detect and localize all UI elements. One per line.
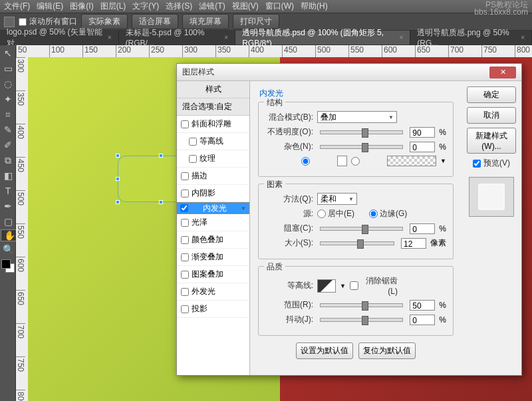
close-icon[interactable]: × <box>399 34 403 41</box>
eyedropper-tool-icon[interactable]: ✎ <box>1 122 15 137</box>
style-label: 斜面和浮雕 <box>192 118 231 130</box>
style-item-4[interactable]: 内阴影 <box>177 185 249 202</box>
menu-view[interactable]: 视图(V) <box>232 1 259 12</box>
style-item-8[interactable]: 渐变叠加 <box>177 249 249 266</box>
type-tool-icon[interactable]: T <box>1 184 15 198</box>
layer-style-dialog: 图层样式 ✕ 样式 混合选项:自定 斜面和浮雕等高线纹理描边内阴影内发光光泽颜色… <box>176 63 522 376</box>
panel-title: 内发光 <box>258 88 454 99</box>
source-center-radio[interactable]: 居中(E) <box>317 208 365 219</box>
wand-tool-icon[interactable]: ✦ <box>1 92 15 106</box>
styles-header[interactable]: 样式 <box>177 81 249 98</box>
menu-window[interactable]: 窗口(W) <box>265 1 294 12</box>
menu-layer[interactable]: 图层(L) <box>100 1 126 12</box>
style-item-5[interactable]: 内发光 <box>177 202 249 214</box>
opacity-input[interactable]: 90 <box>410 127 435 138</box>
close-icon[interactable]: × <box>108 34 112 41</box>
menu-help[interactable]: 帮助(H) <box>301 1 328 12</box>
eraser-tool-icon[interactable]: ◧ <box>1 168 15 183</box>
style-checkbox[interactable] <box>181 190 189 198</box>
stamp-tool-icon[interactable]: ⧉ <box>1 153 15 168</box>
menu-filter[interactable]: 滤镜(T) <box>199 1 225 12</box>
close-icon[interactable]: × <box>521 34 525 41</box>
watermark: PS教程论坛bbs.16xx8.com <box>474 1 528 16</box>
doc-tab-0[interactable]: logo.psd @ 50% (矢量智能对...× <box>0 31 119 45</box>
tool-preset-icon[interactable] <box>4 17 15 27</box>
crop-tool-icon[interactable]: ⌗ <box>1 107 15 122</box>
style-checkbox[interactable] <box>181 219 189 227</box>
color-swatch[interactable] <box>1 259 14 273</box>
jitter-input[interactable]: 0 <box>410 315 435 325</box>
opacity-slider[interactable] <box>320 130 403 134</box>
doc-tab-2[interactable]: 透明导航质感.psd @ 100% (圆角矩形 5, RGB/8*)× <box>235 31 410 45</box>
range-input[interactable]: 50 <box>410 300 435 311</box>
style-checkbox[interactable] <box>180 204 188 212</box>
doc-tab-3[interactable]: 透明导航质感.png @ 50%(RG...× <box>410 31 532 45</box>
brush-tool-icon[interactable]: ✐ <box>1 138 15 152</box>
style-label: 内阴影 <box>192 188 215 199</box>
style-item-2[interactable]: 纹理 <box>177 150 249 168</box>
antialias-checkbox[interactable]: 消除锯齿(L) <box>350 275 398 296</box>
style-checkbox[interactable] <box>181 288 189 296</box>
blend-mode-select[interactable]: 叠加 <box>317 111 397 123</box>
style-checkbox[interactable] <box>181 271 189 279</box>
close-button[interactable]: ✕ <box>489 67 516 78</box>
zoom-tool-icon[interactable]: 🔍 <box>1 242 15 257</box>
dialog-buttons: 确定 取消 新建样式(W)... 预览(V) <box>462 81 521 375</box>
style-item-9[interactable]: 图案叠加 <box>177 266 249 283</box>
technique-select[interactable]: 柔和 <box>317 193 357 205</box>
cancel-button[interactable]: 取消 <box>467 107 516 124</box>
style-checkbox[interactable] <box>181 172 189 180</box>
close-icon[interactable]: × <box>224 34 228 41</box>
structure-group: 结构 混合模式(B): 叠加 不透明度(O): 90 % 杂色(N): 0 % <box>258 102 454 177</box>
marquee-tool-icon[interactable]: ▭ <box>1 61 15 76</box>
make-default-button[interactable]: 设置为默认值 <box>296 342 353 359</box>
doc-tab-1[interactable]: 未标题-5.psd @ 100%(RGB/...× <box>119 31 236 45</box>
reset-default-button[interactable]: 复位为默认值 <box>358 342 416 359</box>
menu-select[interactable]: 选择(S) <box>166 1 192 12</box>
style-item-0[interactable]: 斜面和浮雕 <box>177 116 249 133</box>
menu-text[interactable]: 文字(Y) <box>132 1 159 12</box>
ok-button[interactable]: 确定 <box>467 86 516 103</box>
style-label: 颜色叠加 <box>192 234 223 245</box>
style-checkbox[interactable] <box>181 253 189 261</box>
noise-slider[interactable] <box>320 145 403 149</box>
jitter-slider[interactable] <box>320 318 403 322</box>
style-item-1[interactable]: 等高线 <box>177 133 249 150</box>
style-checkbox[interactable] <box>181 305 189 313</box>
menu-edit[interactable]: 编辑(E) <box>37 1 63 12</box>
range-slider[interactable] <box>320 303 403 307</box>
move-tool-icon[interactable]: ↖ <box>1 46 15 61</box>
style-checkbox[interactable] <box>189 155 197 163</box>
style-checkbox[interactable] <box>181 236 189 244</box>
size-slider[interactable] <box>320 241 394 245</box>
dialog-titlebar[interactable]: 图层样式 ✕ <box>177 64 521 81</box>
pen-tool-icon[interactable]: ✒ <box>1 199 15 213</box>
lasso-tool-icon[interactable]: ◌ <box>1 76 15 91</box>
style-item-10[interactable]: 外发光 <box>177 283 249 301</box>
style-item-11[interactable]: 投影 <box>177 301 249 318</box>
contour-picker[interactable] <box>317 279 336 293</box>
noise-input[interactable]: 0 <box>410 142 435 152</box>
tool-palette: ↖ ▭ ◌ ✦ ⌗ ✎ ✐ ⧉ ◧ T ✒ ▢ ✋ 🔍 <box>0 45 16 401</box>
menu-image[interactable]: 图像(I) <box>70 1 93 12</box>
style-checkbox[interactable] <box>189 138 197 146</box>
blend-options-header[interactable]: 混合选项:自定 <box>177 98 249 116</box>
style-item-3[interactable]: 描边 <box>177 168 249 185</box>
source-edge-radio[interactable]: 边缘(G) <box>369 208 417 219</box>
size-input[interactable]: 12 <box>401 238 426 249</box>
menu-file[interactable]: 文件(F) <box>4 1 30 12</box>
style-item-6[interactable]: 光泽 <box>177 214 249 231</box>
style-item-7[interactable]: 颜色叠加 <box>177 231 249 249</box>
ruler-vertical: 300350400450500550600650700750800 <box>16 57 28 401</box>
style-checkbox[interactable] <box>181 120 189 128</box>
gradient-picker[interactable] <box>387 156 436 166</box>
choke-input[interactable]: 0 <box>410 223 435 234</box>
glow-color-swatch[interactable] <box>337 156 347 166</box>
scroll-all-checkbox[interactable]: 滚动所有窗口 <box>19 16 77 27</box>
choke-slider[interactable] <box>320 227 403 231</box>
color-radio[interactable] <box>301 157 333 166</box>
preview-checkbox[interactable]: 预览(V) <box>467 158 516 169</box>
shape-tool-icon[interactable]: ▢ <box>1 214 15 229</box>
new-style-button[interactable]: 新建样式(W)... <box>467 128 516 154</box>
gradient-radio[interactable] <box>351 157 383 166</box>
